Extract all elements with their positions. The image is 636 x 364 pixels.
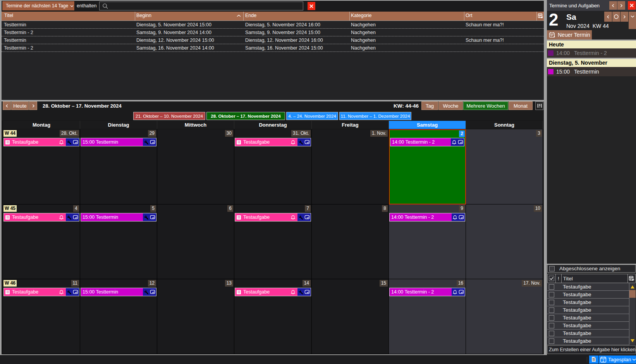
svg-text:2: 2 xyxy=(602,359,604,362)
